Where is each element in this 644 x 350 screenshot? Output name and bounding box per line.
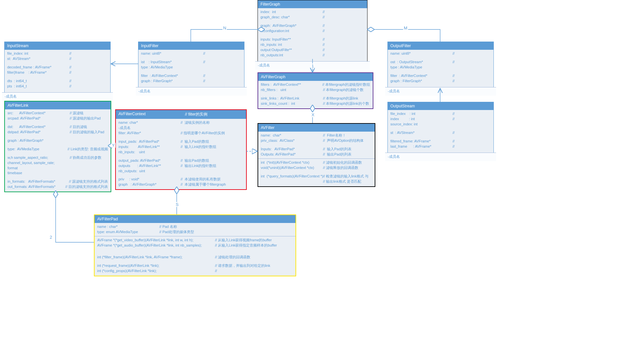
field-row: graph_desc: char*// [260,15,365,20]
field-decl: nb_outputs: uint [118,169,181,174]
title-text: AVFilterGraph [261,75,285,79]
class-avfilter-context: AVFilterContext// filter的实例name: char*//… [115,109,247,190]
field-comment: // [323,47,325,53]
field-decl: source_index: int [390,122,453,127]
class-body: index: int//graph_desc: char*//graph: AV… [258,8,367,60]
field-decl: file_index : int [390,111,453,117]
title-text: OutputStream [390,104,415,108]
field-comment: // [69,84,71,89]
field-row: inputs: AVFilterLink**// 输入Link的指针数组 [118,144,243,150]
field-decl: int (*filter_frame)(AVFilterLink *link, … [97,255,215,260]
field-row: graph: AVFilterGraph*// [260,23,365,28]
field-row: type: enum AVMediaType// Pad处理的媒体类型 [97,230,293,235]
field-decl: AVFrame *(*get_video_buffer)(AVFilterLin… [97,238,215,243]
field-decl: nb_filters : uint [261,87,323,93]
field-comment: // [203,60,205,65]
field-decl: int (*query_formats)(AVFilterContext *) [261,174,323,179]
field-row: Inputs: AVFilterPad*// 输入Pad的列表 [261,147,372,152]
class-body: name: char*// Filter名称！priv_class: AVCla… [258,132,375,186]
field-decl: srcpad: AVFilterPad* [8,116,70,121]
field-row: in_formats: AVFilterFormats*// 源滤镜支持的格式列… [8,179,108,184]
field-decl: timebase [8,171,70,176]
field-comment: // [453,79,455,84]
field-decl: src: AVFilterContext* [8,111,70,116]
field-decl: -成员名 [118,125,181,131]
field-row: format [8,166,108,171]
field-row: reconfiguration:int// [260,28,365,34]
field-decl: index : int [390,117,453,122]
field-row: Outputs: AVFilterPad*// 输出Pad的列表 [261,152,372,157]
field-row: int (*request_frame)(AVFilterLink *link)… [97,263,293,268]
field-row: nb_filters : uint// 本filtergraph的滤镜个数 [261,87,370,93]
field-comment: // 输入Pad的数组 [181,139,209,144]
field-row: graph : FilterGraph*// [390,79,491,84]
field-row: index: int// [260,9,365,15]
field-decl: sink_links : AVFilterLink [261,96,323,101]
class-output-filter: OutputFiltername: uint8*//ost : OutputSt… [387,42,494,94]
field-row: filters : AVFilterContext**// 本filtergra… [261,82,370,87]
field-comment: // 本滤镜使用的私有数据 [181,177,221,182]
field-comment: // 输出Pad的数组 [181,158,209,163]
class-body: name: char*// 滤镜实例的名称-成员名filter: AVFilte… [116,119,246,189]
field-decl: nb_inputs: int [260,42,323,47]
field-decl: graph : AVFilterGraph* [8,138,70,143]
field-decl: st : AVStream* [390,130,453,136]
title-text: InputFilter [141,44,158,48]
class-footer: -成员名 [2,92,113,101]
field-decl: name: char* [118,120,181,125]
label-one: 1 [311,64,314,68]
field-row: ist : InputStream*// [141,60,241,65]
field-comment: // 从输入Link获得视频frame的buffer [215,238,272,243]
field-row: inputs: InputFilter**// [260,37,365,42]
title-text: OutputFilter [390,44,411,48]
class-title: AVFilterPad [95,215,295,223]
class-avfilter-graph: AVFilterGraphfilters : AVFilterContext**… [258,72,373,109]
class-input-stream: InputStreamfile_index: int//st: AVStream… [4,42,111,99]
field-comment: // [323,53,325,58]
field-decl: output_pads: AVFilterPad* [118,158,181,163]
label-two: 2 [49,235,53,240]
field-row: name: char*// 滤镜实例的名称 [118,120,243,125]
field-comment: // [215,268,217,274]
field-row: priv : void*// 本滤镜使用的私有数据 [118,177,243,182]
field-comment: // Pad处理的媒体类型 [159,230,194,235]
field-decl: name : char* [97,224,159,230]
field-comment: // 声明AVOption的结构体 [323,138,364,143]
field-comment: // [69,51,71,56]
title-text: AVFilterContext [118,112,146,117]
field-comment: // 输出link格式 是否匹配 [323,179,361,184]
field-row: ost : OutputStream*// [390,60,491,65]
field-decl: Outputs: AVFilterPad* [261,152,323,157]
field-row: out_formats: AVFilterFormats*// 目的滤镜支持的格… [8,184,108,190]
class-footer: -成员名 [385,153,496,161]
field-decl: nb_inputs: uint [118,150,181,155]
field-comment: // 本filtergraph的源link [323,96,358,101]
field-decl: priv : void* [118,177,181,182]
field-row: nb_outputs: uint [118,169,243,174]
field-comment: // Link的类型: 音频或视频 [68,147,108,152]
class-title: InputStream [5,42,110,50]
field-row: dts : int64_t// [7,79,108,84]
field-row: int (*init)(AVFilterContext *ctx)// 滤镜初始… [261,160,372,165]
field-comment: // [323,37,325,42]
field-comment: // 本filtergraph的滤镜指针数组 [322,82,370,87]
class-footer: -成员名 [385,87,496,96]
field-decl: reconfiguration:int [260,28,323,34]
field-comment: // [453,73,455,79]
class-body: filters : AVFilterContext**// 本filtergra… [258,81,373,108]
field-comment: // 本filtergraph的滤镜个数 [323,87,364,93]
field-comment: // 输入Link的指针数组 [181,144,216,150]
field-row: type: AVMediaType// Link的类型: 音频或视频 [8,147,108,152]
field-decl: filtered_frame: AVFrame* [390,139,453,144]
field-row: type : AVMediaType [141,65,241,70]
field-comment: // 源滤镜支持的格式列表 [69,179,108,184]
field-decl: type: enum AVMediaType [97,230,159,235]
field-decl: outputs : AVFilterLink** [118,163,181,169]
field-comment: // [453,51,455,56]
field-decl: int (*config_props)(AVFilterLink *link); [97,268,215,274]
field-row: dst: AVFilterContext*// 目的滤镜 [8,124,108,130]
field-decl: file_index: int [7,51,69,56]
field-row: filter : AVFilterContext*// [390,73,491,79]
field-row: // 输出link格式 是否匹配 [261,179,372,184]
field-decl: index: int [260,9,323,15]
